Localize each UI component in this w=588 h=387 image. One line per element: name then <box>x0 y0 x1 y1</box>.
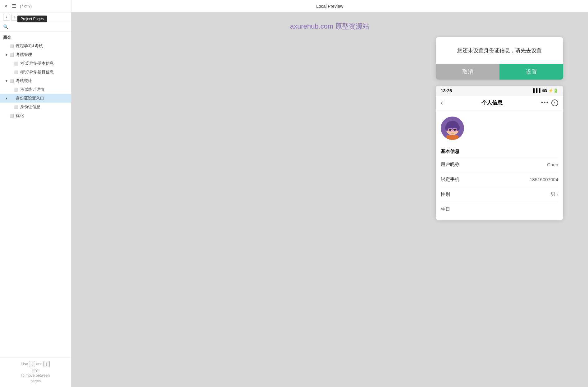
sidebar-item-exam-stats-detail[interactable]: ⬜ 考试统计详情 <box>0 85 71 94</box>
top-bar: Local Preview <box>71 0 588 12</box>
phone-value: 18516007004 <box>530 177 558 182</box>
nav-bar-right: ••• <box>541 99 558 106</box>
sidebar-item-optimize[interactable]: ⬜ 优化 <box>0 111 71 120</box>
app-title: Local Preview <box>316 4 343 9</box>
svg-point-5 <box>449 128 451 131</box>
dialog-actions: 取消 设置 <box>436 64 563 80</box>
hint-use: Use <box>21 362 28 366</box>
avatar-section <box>436 110 563 143</box>
hint-and: and <box>36 362 43 366</box>
more-options-button[interactable]: ••• <box>541 99 549 106</box>
toggle-placeholder <box>4 113 9 118</box>
hint-move: to move between <box>21 373 50 378</box>
page-icon: ⬜ <box>9 44 14 48</box>
birthday-label: 生日 <box>441 206 450 212</box>
sidebar-header: ✕ ☰ Project Pages (7 of 9) <box>0 0 71 12</box>
sidebar-item-label: 身份证设置入口 <box>16 95 44 101</box>
project-pages-tooltip: Project Pages <box>17 16 47 22</box>
nickname-value: Chen <box>547 162 558 167</box>
toggle-icon-exam-stats: ▼ <box>4 79 9 83</box>
sidebar-tree: 黑金 ⬜ 课程学习&考试 ▼ ⬜ 考试管理 ⬜ 考试详情-基本信息 ⬜ 考试详情… <box>0 32 71 357</box>
sidebar-item-exam-detail-basic[interactable]: ⬜ 考试详情-基本信息 <box>0 59 71 68</box>
page-icon: ⬜ <box>9 53 14 57</box>
back-button[interactable]: ‹ <box>441 99 443 107</box>
content-canvas: axurehub.com 原型资源站 您还未设置身份证信息，请先去设置 取消 设… <box>71 12 588 387</box>
close-button[interactable]: ✕ <box>3 3 9 9</box>
sidebar-item-label: 考试统计 <box>16 78 32 84</box>
sidebar-item-exam-manage[interactable]: ▼ ⬜ 考试管理 <box>0 50 71 59</box>
info-row-phone: 绑定手机 18516007004 <box>441 172 558 187</box>
dialog-message: 您还未设置身份证信息，请先去设置 <box>436 37 563 64</box>
page-icon: ⬜ <box>14 70 19 74</box>
sidebar-item-label: 考试详情-基本信息 <box>20 61 54 66</box>
next-page-button[interactable]: › <box>11 14 18 21</box>
sidebar-item-exam-detail-questions[interactable]: ⬜ 考试详情-题目信息 <box>0 68 71 76</box>
cancel-button[interactable]: 取消 <box>436 64 499 80</box>
page-icon: ⬜ <box>9 79 14 83</box>
page-icon: ⬜ <box>9 113 14 118</box>
gender-value: 男 › <box>551 191 558 197</box>
toggle-placeholder <box>9 70 13 74</box>
watermark-text: axurehub.com 原型资源站 <box>290 22 370 31</box>
dialog-box: 您还未设置身份证信息，请先去设置 取消 设置 <box>436 37 563 80</box>
toggle-icon-exam-manage: ▼ <box>4 53 9 57</box>
main-area: Local Preview axurehub.com 原型资源站 您还未设置身份… <box>71 0 588 387</box>
gender-label: 性别 <box>441 191 450 197</box>
sidebar-item-label: 考试统计详情 <box>20 87 44 92</box>
circle-icon <box>551 99 558 106</box>
status-icons: ▐▐▐ 4G ⚡🔋 <box>532 88 558 93</box>
toggle-placeholder <box>9 61 13 66</box>
search-input[interactable] <box>3 24 68 29</box>
hint-keys: keys <box>32 368 39 372</box>
toggle-icon-id-entry: ▼ <box>4 96 9 100</box>
info-row-gender[interactable]: 性别 男 › <box>441 187 558 202</box>
sidebar-item-label: 身份证信息 <box>20 104 40 110</box>
hint-pages: pages <box>30 379 41 383</box>
nickname-label: 用户昵称 <box>441 162 459 168</box>
page-icon: ⬜ <box>14 61 19 66</box>
toggle-placeholder <box>4 44 9 48</box>
section-label: 黑金 <box>0 34 71 42</box>
phone-label: 绑定手机 <box>441 177 459 182</box>
sidebar-item-label: 课程学习&考试 <box>16 43 43 49</box>
sidebar: ✕ ☰ Project Pages (7 of 9) ‹ › 黑金 ⬜ 课程学习… <box>0 0 71 387</box>
info-row-birthday: 生日 <box>441 202 558 217</box>
phone-container: 您还未设置身份证信息，请先去设置 取消 设置 13:25 ▐▐▐ 4G ⚡🔋 <box>436 37 563 220</box>
page-icon: ⬜ <box>14 105 19 109</box>
toggle-placeholder <box>9 105 13 109</box>
sidebar-search-area <box>0 22 71 32</box>
chevron-right-icon: › <box>557 192 558 197</box>
sidebar-footer: Use { and } keys to move between pages <box>0 357 71 387</box>
signal-icon: ▐▐▐ <box>532 88 540 93</box>
status-time: 13:25 <box>441 88 452 93</box>
network-label: 4G <box>542 88 547 93</box>
sidebar-item-id-info[interactable]: ⬜ 身份证信息 <box>0 103 71 111</box>
prev-page-button[interactable]: ‹ <box>3 14 10 21</box>
page-icon: ⬜ <box>14 87 19 92</box>
mobile-nav-bar: ‹ 个人信息 ••• <box>436 96 563 110</box>
confirm-button[interactable]: 设置 <box>499 64 563 80</box>
svg-point-6 <box>454 128 456 131</box>
page-icon <box>9 96 14 100</box>
menu-icon[interactable]: ☰ <box>11 3 17 10</box>
battery-icon: ⚡🔋 <box>548 88 558 93</box>
sidebar-item-exam-stats[interactable]: ▼ ⬜ 考试统计 <box>0 76 71 85</box>
nav-title: 个人信息 <box>481 99 503 106</box>
info-row-nickname: 用户昵称 Chen <box>441 157 558 172</box>
status-bar: 13:25 ▐▐▐ 4G ⚡🔋 <box>436 86 563 96</box>
prev-key-icon: { <box>29 361 35 367</box>
mobile-screen: 13:25 ▐▐▐ 4G ⚡🔋 ‹ 个人信息 ••• <box>436 86 563 220</box>
sidebar-item-label: 优化 <box>16 113 24 118</box>
basic-info-title: 基本信息 <box>441 146 558 157</box>
sidebar-item-label: 考试管理 <box>16 52 32 58</box>
svg-rect-10 <box>446 135 458 140</box>
next-key-icon: } <box>43 361 50 367</box>
sidebar-item-label: 考试详情-题目信息 <box>20 69 54 75</box>
toggle-placeholder <box>9 87 13 92</box>
info-section: 基本信息 用户昵称 Chen 绑定手机 18516007004 性别 <box>436 143 563 220</box>
svg-point-4 <box>456 125 460 131</box>
page-counter: (7 of 9) <box>20 4 32 8</box>
sidebar-item-id-entry[interactable]: ▼ 身份证设置入口 <box>0 94 71 103</box>
sidebar-item-course[interactable]: ⬜ 课程学习&考试 <box>0 42 71 50</box>
avatar[interactable] <box>441 117 464 140</box>
